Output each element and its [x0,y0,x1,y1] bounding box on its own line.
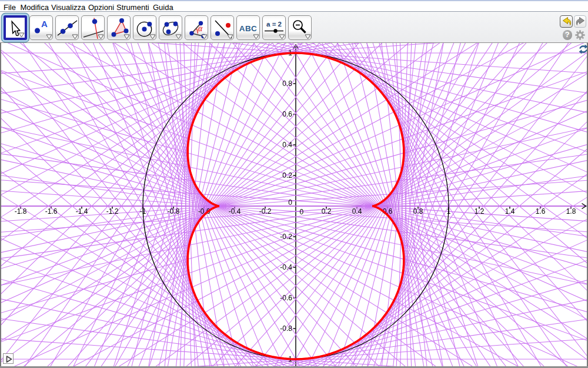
svg-text:0: 0 [288,198,292,207]
svg-text:α: α [198,24,203,33]
svg-text:0.2: 0.2 [322,207,332,216]
svg-text:-1.8: -1.8 [15,207,27,216]
svg-text:0: 0 [300,208,304,216]
svg-text:-0.8: -0.8 [280,324,292,333]
svg-text:1.4: 1.4 [505,207,515,216]
svg-text:-1.6: -1.6 [45,207,58,216]
svg-text:A: A [41,19,48,29]
svg-text:-0.2: -0.2 [280,233,292,241]
svg-text:-0.4: -0.4 [229,207,241,216]
svg-text:0.6: 0.6 [282,110,292,118]
svg-text:0.8: 0.8 [282,79,292,88]
svg-text:ABC: ABC [239,24,257,33]
svg-text:0.4: 0.4 [352,207,362,216]
svg-text:-0.6: -0.6 [280,294,292,302]
svg-text:1.8: 1.8 [566,207,576,216]
svg-text:1.2: 1.2 [475,207,485,216]
svg-text:-1.4: -1.4 [76,207,88,216]
svg-text:-0.8: -0.8 [168,207,180,216]
svg-text:-1.2: -1.2 [106,207,119,216]
svg-text:0.8: 0.8 [413,207,423,216]
svg-text:a = 2: a = 2 [266,21,282,28]
svg-text:0.4: 0.4 [282,141,292,149]
svg-text:0.2: 0.2 [282,171,292,180]
svg-text:1.6: 1.6 [536,207,546,216]
svg-text:-0.4: -0.4 [280,263,292,271]
svg-text:-0.2: -0.2 [259,207,272,216]
